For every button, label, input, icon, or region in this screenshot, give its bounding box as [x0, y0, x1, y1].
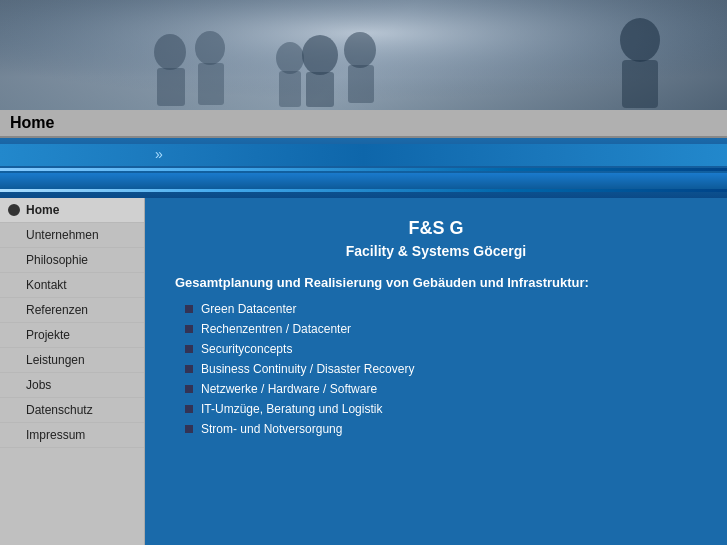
- company-name: F&S G: [175, 218, 697, 239]
- list-bullet-icon: [185, 365, 193, 373]
- list-item-text: Green Datacenter: [201, 302, 296, 316]
- page-title-bar: Home: [0, 110, 727, 138]
- svg-rect-8: [622, 60, 658, 108]
- svg-rect-6: [279, 71, 301, 107]
- list-item-text: Strom- und Notversorgung: [201, 422, 342, 436]
- svg-rect-12: [198, 63, 224, 105]
- sidebar: Home Unternehmen Philosophie Kontakt Ref…: [0, 198, 145, 545]
- list-bullet-icon: [185, 425, 193, 433]
- sidebar-item-label: Impressum: [26, 428, 85, 442]
- sidebar-item-label: Philosophie: [26, 253, 88, 267]
- svg-point-9: [154, 34, 186, 70]
- list-bullet-icon: [185, 385, 193, 393]
- sidebar-item-projekte[interactable]: Projekte: [0, 323, 144, 348]
- svg-point-3: [344, 32, 376, 68]
- sidebar-item-leistungen[interactable]: Leistungen: [0, 348, 144, 373]
- page-title: Home: [10, 114, 54, 131]
- sidebar-item-unternehmen[interactable]: Unternehmen: [0, 223, 144, 248]
- content-description: Gesamtplanung und Realisierung von Gebäu…: [175, 275, 697, 290]
- sidebar-item-label: Kontakt: [26, 278, 67, 292]
- svg-rect-2: [306, 72, 334, 107]
- svg-point-5: [276, 42, 304, 74]
- list-item-text: Netzwerke / Hardware / Software: [201, 382, 377, 396]
- sidebar-item-philosophie[interactable]: Philosophie: [0, 248, 144, 273]
- bullet-icon: [8, 204, 20, 216]
- svg-point-1: [302, 35, 338, 75]
- nav-bar-top: [0, 144, 727, 166]
- sidebar-item-kontakt[interactable]: Kontakt: [0, 273, 144, 298]
- list-item-text: Business Continuity / Disaster Recovery: [201, 362, 414, 376]
- company-full-name: Facility & Systems Göcergi: [175, 243, 697, 259]
- nav-bar-stripe1: [0, 168, 727, 171]
- sidebar-item-jobs[interactable]: Jobs: [0, 373, 144, 398]
- header-banner: [0, 0, 727, 110]
- nav-bar-stripe3: [0, 189, 727, 192]
- list-item: Netzwerke / Hardware / Software: [185, 382, 697, 396]
- header-silhouettes: [0, 0, 727, 110]
- list-item: Securityconcepts: [185, 342, 697, 356]
- list-item-text: Securityconcepts: [201, 342, 292, 356]
- list-bullet-icon: [185, 405, 193, 413]
- list-bullet-icon: [185, 305, 193, 313]
- nav-bar-stripe2: [0, 173, 727, 189]
- sidebar-item-label: Home: [26, 203, 59, 217]
- sidebar-item-home[interactable]: Home: [0, 198, 144, 223]
- sidebar-item-label: Referenzen: [26, 303, 88, 317]
- list-bullet-icon: [185, 325, 193, 333]
- list-item: Business Continuity / Disaster Recovery: [185, 362, 697, 376]
- sidebar-item-referenzen[interactable]: Referenzen: [0, 298, 144, 323]
- svg-rect-4: [348, 65, 374, 103]
- svg-point-7: [620, 18, 660, 62]
- list-bullet-icon: [185, 345, 193, 353]
- list-item: IT-Umzüge, Beratung und Logistik: [185, 402, 697, 416]
- list-item: Green Datacenter: [185, 302, 697, 316]
- sidebar-item-label: Datenschutz: [26, 403, 93, 417]
- sidebar-item-label: Leistungen: [26, 353, 85, 367]
- list-item-text: Rechenzentren / Datacenter: [201, 322, 351, 336]
- list-item: Rechenzentren / Datacenter: [185, 322, 697, 336]
- content-area: F&S G Facility & Systems Göcergi Gesamtp…: [145, 198, 727, 545]
- list-item: Strom- und Notversorgung: [185, 422, 697, 436]
- sidebar-item-datenschutz[interactable]: Datenschutz: [0, 398, 144, 423]
- sidebar-item-impressum[interactable]: Impressum: [0, 423, 144, 448]
- sidebar-item-label: Jobs: [26, 378, 51, 392]
- services-list: Green Datacenter Rechenzentren / Datacen…: [175, 302, 697, 436]
- svg-point-11: [195, 31, 225, 65]
- sidebar-item-label: Unternehmen: [26, 228, 99, 242]
- sidebar-item-label: Projekte: [26, 328, 70, 342]
- navigation-bar: [0, 138, 727, 198]
- svg-rect-10: [157, 68, 185, 106]
- main-layout: Home Unternehmen Philosophie Kontakt Ref…: [0, 198, 727, 545]
- list-item-text: IT-Umzüge, Beratung und Logistik: [201, 402, 382, 416]
